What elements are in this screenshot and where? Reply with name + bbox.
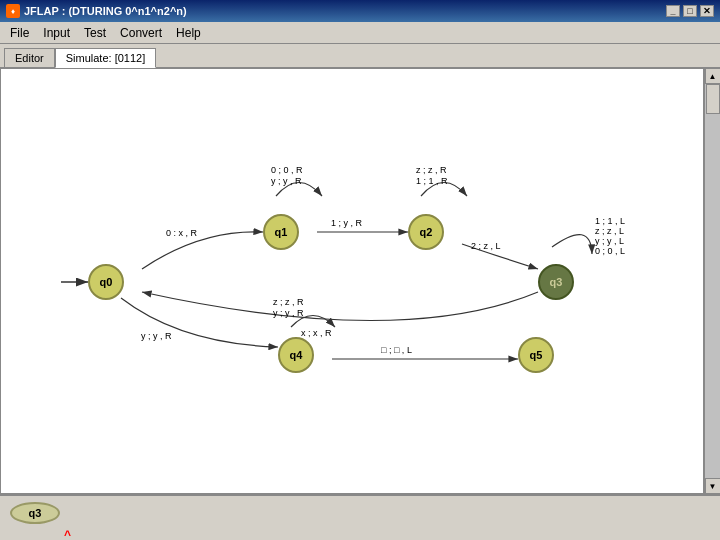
svg-text:1 ; 1 , L: 1 ; 1 , L — [595, 216, 625, 226]
minimize-button[interactable]: _ — [666, 5, 680, 17]
tabbar: EditorSimulate: [0112] — [0, 44, 720, 68]
tape-head-marker: ^ — [64, 528, 71, 540]
svg-text:y ; y , L: y ; y , L — [595, 236, 624, 246]
maximize-button[interactable]: □ — [683, 5, 697, 17]
svg-text:□ ; □ , L: □ ; □ , L — [381, 345, 412, 355]
main-area: 0 : x , R 0 ; 0 , R y ; y , R 1 ; y , R … — [0, 68, 720, 494]
state-q2[interactable]: q2 — [408, 214, 444, 250]
menu-test[interactable]: Test — [78, 24, 112, 42]
scroll-track — [705, 84, 720, 478]
svg-text:z ; z , R: z ; z , R — [416, 165, 447, 175]
svg-text:0 ; 0 , R: 0 ; 0 , R — [271, 165, 303, 175]
menubar: FileInputTestConvertHelp — [0, 22, 720, 44]
svg-text:y ; y , R: y ; y , R — [141, 331, 172, 341]
tab-1[interactable]: Simulate: [0112] — [55, 48, 157, 68]
svg-text:2 ; z , L: 2 ; z , L — [471, 241, 501, 251]
state-tape-area: q3 ^ □□□□□□xy1z□□□□ — [0, 496, 720, 540]
bottom-panel: q3 ^ □□□□□□xy1z□□□□ StepResetFreezeThawT… — [0, 494, 720, 540]
scroll-down-button[interactable]: ▼ — [705, 478, 721, 494]
svg-text:x ; x , R: x ; x , R — [301, 328, 332, 338]
titlebar-controls[interactable]: _ □ ✕ — [666, 5, 714, 17]
menu-convert[interactable]: Convert — [114, 24, 168, 42]
tab-0[interactable]: Editor — [4, 48, 55, 67]
state-q5[interactable]: q5 — [518, 337, 554, 373]
state-q4[interactable]: q4 — [278, 337, 314, 373]
scrollbar[interactable]: ▲ ▼ — [704, 68, 720, 494]
state-q0[interactable]: q0 — [88, 264, 124, 300]
titlebar-left: ♦ JFLAP : (DTURING 0^n1^n2^n) — [6, 4, 187, 18]
svg-text:z ; z , L: z ; z , L — [595, 226, 624, 236]
scroll-thumb[interactable] — [706, 84, 720, 114]
scroll-up-button[interactable]: ▲ — [705, 68, 721, 84]
diagram-canvas: 0 : x , R 0 ; 0 , R y ; y , R 1 ; y , R … — [0, 68, 704, 494]
svg-text:z ; z , R: z ; z , R — [273, 297, 304, 307]
state-q3[interactable]: q3 — [538, 264, 574, 300]
current-state-display: q3 — [10, 502, 60, 524]
tape-row: ^ — [10, 528, 710, 540]
titlebar: ♦ JFLAP : (DTURING 0^n1^n2^n) _ □ ✕ — [0, 0, 720, 22]
svg-text:0 ; 0 , L: 0 ; 0 , L — [595, 246, 625, 256]
menu-help[interactable]: Help — [170, 24, 207, 42]
menu-input[interactable]: Input — [37, 24, 76, 42]
svg-text:1 ; 1 , R: 1 ; 1 , R — [416, 176, 448, 186]
svg-text:0 : x , R: 0 : x , R — [166, 228, 198, 238]
svg-text:y ; y , R: y ; y , R — [273, 308, 304, 318]
state-q1[interactable]: q1 — [263, 214, 299, 250]
window-title: JFLAP : (DTURING 0^n1^n2^n) — [24, 5, 187, 17]
svg-text:1 ; y , R: 1 ; y , R — [331, 218, 363, 228]
close-button[interactable]: ✕ — [700, 5, 714, 17]
menu-file[interactable]: File — [4, 24, 35, 42]
svg-text:y ; y , R: y ; y , R — [271, 176, 302, 186]
app-icon: ♦ — [6, 4, 20, 18]
